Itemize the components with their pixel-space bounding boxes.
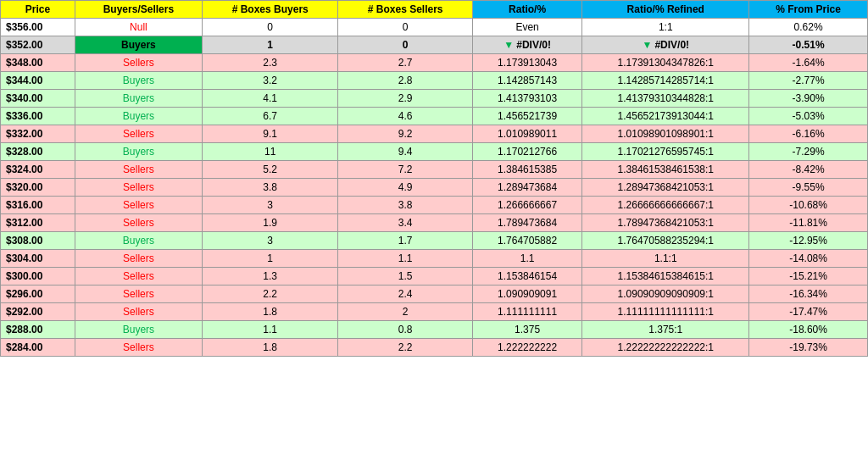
cell-boxes-buyers: 1.8 [202, 339, 338, 357]
cell-ratio-refined: 1.01098901098901:1 [582, 125, 749, 143]
cell-boxes-buyers: 2.3 [202, 54, 338, 72]
cell-price: $316.00 [1, 197, 75, 214]
cell-ratio: 1.153846154 [472, 268, 581, 285]
table-row: $300.00Sellers1.31.51.1538461541.1538461… [1, 268, 868, 285]
cell-boxes-buyers: 1.3 [202, 268, 338, 285]
cell-ratio: ▼#DIV/0! [472, 36, 581, 54]
col-header-price: Price [1, 1, 75, 19]
cell-boxes-buyers: 3.2 [202, 72, 338, 90]
cell-ratio: 1.764705882 [472, 232, 581, 250]
cell-ratio: 1.1 [472, 250, 581, 268]
table-row: $316.00Sellers33.81.2666666671.266666666… [1, 197, 868, 214]
cell-boxes-sellers: 2.8 [338, 72, 472, 90]
cell-from-price: -16.34% [749, 285, 868, 303]
cell-buyers-sellers: Null [75, 19, 202, 36]
cell-price: $296.00 [1, 285, 75, 303]
cell-boxes-buyers: 2.2 [202, 285, 338, 303]
cell-from-price: -6.16% [749, 125, 868, 143]
cell-ratio-refined: 1.26666666666667:1 [582, 197, 749, 214]
cell-buyers-sellers: Buyers [75, 90, 202, 108]
cell-price: $324.00 [1, 161, 75, 179]
cell-ratio-refined: 1:1 [582, 19, 749, 36]
cell-ratio-refined: 1.14285714285714:1 [582, 72, 749, 90]
cell-boxes-sellers: 3.8 [338, 197, 472, 214]
cell-buyers-sellers: Sellers [75, 285, 202, 303]
cell-boxes-buyers: 3 [202, 197, 338, 214]
cell-ratio: 1.375 [472, 321, 581, 339]
cell-ratio-refined: 1.78947368421053:1 [582, 214, 749, 232]
cell-buyers-sellers: Buyers [75, 143, 202, 161]
cell-price: $312.00 [1, 214, 75, 232]
cell-from-price: -5.03% [749, 108, 868, 125]
cell-price: $332.00 [1, 125, 75, 143]
cell-ratio-refined: 1.22222222222222:1 [582, 339, 749, 357]
cell-from-price: -17.47% [749, 303, 868, 321]
table-row: $308.00Buyers31.71.7647058821.7647058823… [1, 232, 868, 250]
cell-boxes-sellers: 2.4 [338, 285, 472, 303]
cell-boxes-buyers: 1 [202, 36, 338, 54]
cell-boxes-sellers: 2.9 [338, 90, 472, 108]
table-row: $304.00Sellers11.11.11.1:1-14.08% [1, 250, 868, 268]
table-row: $288.00Buyers1.10.81.3751.375:1-18.60% [1, 321, 868, 339]
table-row: $296.00Sellers2.22.41.0909090911.0909090… [1, 285, 868, 303]
cell-boxes-buyers: 6.7 [202, 108, 338, 125]
col-header-from-price: % From Price [749, 1, 868, 19]
cell-buyers-sellers: Sellers [75, 268, 202, 285]
col-header-ratio: Ratio/% [472, 1, 581, 19]
cell-ratio: 1.142857143 [472, 72, 581, 90]
cell-price: $300.00 [1, 268, 75, 285]
cell-ratio-refined: 1.17021276595745:1 [582, 143, 749, 161]
cell-ratio-refined: 1.11111111111111:1 [582, 303, 749, 321]
table-row: $324.00Sellers5.27.21.3846153851.3846153… [1, 161, 868, 179]
table-row: $356.00Null00Even1:10.62% [1, 19, 868, 36]
cell-buyers-sellers: Sellers [75, 54, 202, 72]
cell-from-price: -11.81% [749, 214, 868, 232]
cell-price: $344.00 [1, 72, 75, 90]
cell-from-price: -19.73% [749, 339, 868, 357]
cell-from-price: -10.68% [749, 197, 868, 214]
cell-boxes-buyers: 3 [202, 232, 338, 250]
cell-buyers-sellers: Buyers [75, 72, 202, 90]
cell-ratio: 1.173913043 [472, 54, 581, 72]
cell-price: $348.00 [1, 54, 75, 72]
cell-buyers-sellers: Sellers [75, 250, 202, 268]
cell-buyers-sellers: Buyers [75, 321, 202, 339]
table-row: $284.00Sellers1.82.21.2222222221.2222222… [1, 339, 868, 357]
cell-boxes-sellers: 1.1 [338, 250, 472, 268]
cell-ratio: 1.789473684 [472, 214, 581, 232]
cell-buyers-sellers: Sellers [75, 179, 202, 197]
table-row: $352.00Buyers10▼#DIV/0!▼#DIV/0!-0.51% [1, 36, 868, 54]
cell-price: $328.00 [1, 143, 75, 161]
cell-ratio-refined: 1.1:1 [582, 250, 749, 268]
cell-buyers-sellers: Sellers [75, 125, 202, 143]
cell-boxes-sellers: 0 [338, 36, 472, 54]
table-row: $340.00Buyers4.12.91.4137931031.41379310… [1, 90, 868, 108]
ratio-refined-arrow-icon: ▼ [642, 39, 652, 51]
table-row: $348.00Sellers2.32.71.1739130431.1739130… [1, 54, 868, 72]
cell-from-price: -14.08% [749, 250, 868, 268]
cell-boxes-sellers: 2.7 [338, 54, 472, 72]
cell-ratio-refined: 1.41379310344828:1 [582, 90, 749, 108]
col-header-boxes-sellers: # Boxes Sellers [338, 1, 472, 19]
cell-buyers-sellers: Sellers [75, 197, 202, 214]
table-row: $332.00Sellers9.19.21.0109890111.0109890… [1, 125, 868, 143]
cell-from-price: -3.90% [749, 90, 868, 108]
cell-price: $320.00 [1, 179, 75, 197]
cell-ratio-refined: 1.15384615384615:1 [582, 268, 749, 285]
cell-buyers-sellers: Sellers [75, 339, 202, 357]
cell-ratio: 1.111111111 [472, 303, 581, 321]
cell-from-price: -15.21% [749, 268, 868, 285]
cell-boxes-buyers: 1.1 [202, 321, 338, 339]
cell-boxes-sellers: 2.2 [338, 339, 472, 357]
cell-buyers-sellers: Sellers [75, 303, 202, 321]
cell-boxes-buyers: 3.8 [202, 179, 338, 197]
cell-boxes-sellers: 3.4 [338, 214, 472, 232]
cell-ratio: Even [472, 19, 581, 36]
cell-boxes-sellers: 2 [338, 303, 472, 321]
cell-ratio: 1.289473684 [472, 179, 581, 197]
cell-boxes-sellers: 0.8 [338, 321, 472, 339]
cell-price: $292.00 [1, 303, 75, 321]
cell-ratio-refined: 1.375:1 [582, 321, 749, 339]
cell-boxes-buyers: 5.2 [202, 161, 338, 179]
cell-boxes-buyers: 9.1 [202, 125, 338, 143]
